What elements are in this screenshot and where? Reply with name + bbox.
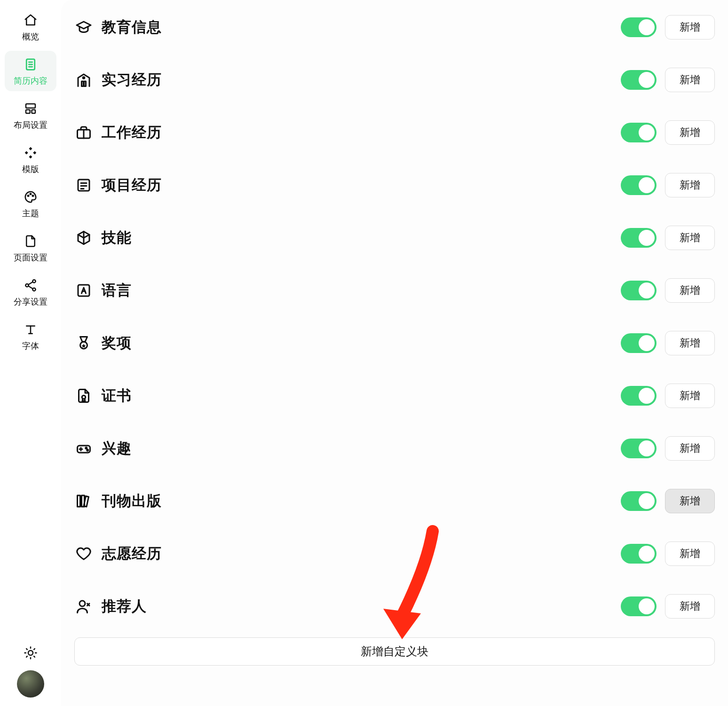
home-icon <box>23 12 39 28</box>
section-row-awards: 奖项 新增 <box>74 331 715 355</box>
svg-rect-9 <box>33 151 36 154</box>
add-custom-section-button[interactable]: 新增自定义块 <box>74 637 715 666</box>
sidebar-item-layout[interactable]: 布局设置 <box>5 95 56 135</box>
add-button-certificates[interactable]: 新增 <box>665 384 715 408</box>
toggle-skills[interactable] <box>621 228 657 248</box>
toggle-volunteer[interactable] <box>621 544 657 564</box>
toggle-projects[interactable] <box>621 175 657 195</box>
svg-rect-6 <box>32 110 36 114</box>
sidebar-item-label: 主题 <box>22 208 39 219</box>
add-button-skills[interactable]: 新增 <box>665 226 715 250</box>
svg-line-17 <box>28 282 33 285</box>
add-button-projects[interactable]: 新增 <box>665 173 715 197</box>
sidebar-item-overview[interactable]: 概览 <box>5 7 56 47</box>
toggle-languages[interactable] <box>621 281 657 300</box>
svg-point-13 <box>32 195 34 196</box>
svg-rect-4 <box>26 104 35 108</box>
svg-rect-8 <box>25 151 28 154</box>
section-row-volunteer: 志愿经历 新增 <box>74 541 715 566</box>
main-content: 教育信息 新增 实习经历 新增 <box>61 0 728 706</box>
add-button-work[interactable]: 新增 <box>665 120 715 145</box>
section-title: 志愿经历 <box>102 544 162 564</box>
type-icon <box>23 322 39 337</box>
add-button-interests[interactable]: 新增 <box>665 436 715 461</box>
sidebar-item-share[interactable]: 分享设置 <box>5 272 56 312</box>
svg-point-43 <box>86 447 87 449</box>
svg-point-30 <box>83 77 85 79</box>
templates-icon <box>23 145 39 161</box>
toggle-awards[interactable] <box>621 333 657 353</box>
section-title: 项目经历 <box>102 175 162 195</box>
svg-rect-29 <box>84 81 86 86</box>
svg-rect-7 <box>29 147 32 150</box>
svg-point-11 <box>28 195 29 196</box>
section-row-interests: 兴趣 新增 <box>74 436 715 461</box>
avatar[interactable] <box>17 670 44 698</box>
section-title: 工作经历 <box>102 123 162 142</box>
svg-point-47 <box>79 601 85 606</box>
file-text-icon <box>23 56 39 72</box>
sidebar-item-font[interactable]: 字体 <box>5 316 56 356</box>
section-title: 刊物出版 <box>102 491 162 511</box>
add-button-awards[interactable]: 新增 <box>665 331 715 355</box>
toggle-interests[interactable] <box>621 439 657 458</box>
page-icon <box>23 233 39 249</box>
add-button-publications[interactable]: 新增 <box>665 489 715 513</box>
toggle-publications[interactable] <box>621 491 657 511</box>
section-title: 推荐人 <box>102 596 147 616</box>
section-row-projects: 项目经历 新增 <box>74 173 715 197</box>
svg-point-19 <box>28 651 33 655</box>
sidebar-item-content[interactable]: 简历内容 <box>5 51 56 91</box>
sidebar-item-theme[interactable]: 主题 <box>5 183 56 224</box>
graduation-icon <box>74 18 93 37</box>
toggle-work[interactable] <box>621 123 657 142</box>
sidebar-item-templates[interactable]: 模版 <box>5 139 56 180</box>
toggle-education[interactable] <box>621 17 657 37</box>
building-icon <box>74 71 93 89</box>
sidebar: 概览 简历内容 布局设置 模版 主题 <box>0 0 61 706</box>
section-title: 奖项 <box>102 333 132 353</box>
heart-icon <box>74 544 93 563</box>
palette-icon <box>23 189 39 205</box>
section-title: 证书 <box>102 386 132 406</box>
sidebar-bottom <box>0 646 61 698</box>
toggle-certificates[interactable] <box>621 386 657 406</box>
svg-rect-10 <box>29 155 32 158</box>
svg-point-44 <box>87 449 88 451</box>
sidebar-item-page-settings[interactable]: 页面设置 <box>5 227 56 268</box>
sidebar-item-label: 字体 <box>22 340 39 352</box>
section-row-skills: 技能 新增 <box>74 226 715 250</box>
sidebar-item-label: 简历内容 <box>14 75 47 86</box>
svg-rect-28 <box>82 81 84 86</box>
toggle-internship[interactable] <box>621 70 657 90</box>
svg-line-26 <box>26 656 27 657</box>
medal-icon <box>74 334 93 353</box>
person-icon <box>74 597 93 616</box>
sidebar-item-label: 分享设置 <box>14 296 47 307</box>
add-button-education[interactable]: 新增 <box>665 15 715 39</box>
section-left: 教育信息 <box>74 17 162 37</box>
add-button-languages[interactable]: 新增 <box>665 278 715 303</box>
section-row-education: 教育信息 新增 <box>74 15 715 39</box>
svg-line-27 <box>34 649 35 650</box>
add-button-volunteer[interactable]: 新增 <box>665 541 715 566</box>
layout-icon <box>23 101 39 117</box>
svg-line-23 <box>34 656 35 657</box>
sidebar-item-label: 模版 <box>22 164 39 175</box>
add-button-internship[interactable]: 新增 <box>665 68 715 92</box>
project-icon <box>74 176 93 195</box>
section-row-work: 工作经历 新增 <box>74 120 715 145</box>
books-icon <box>74 492 93 510</box>
sidebar-item-label: 页面设置 <box>14 252 47 263</box>
cube-icon <box>74 228 93 247</box>
svg-point-12 <box>30 194 32 195</box>
language-icon <box>74 281 93 300</box>
section-row-references: 推荐人 新增 <box>74 594 715 619</box>
section-title: 实习经历 <box>102 70 162 90</box>
section-row-languages: 语言 新增 <box>74 278 715 303</box>
section-title: 兴趣 <box>102 439 132 458</box>
svg-rect-5 <box>26 110 30 114</box>
theme-toggle-button[interactable] <box>23 646 39 662</box>
toggle-references[interactable] <box>621 596 657 616</box>
add-button-references[interactable]: 新增 <box>665 594 715 619</box>
